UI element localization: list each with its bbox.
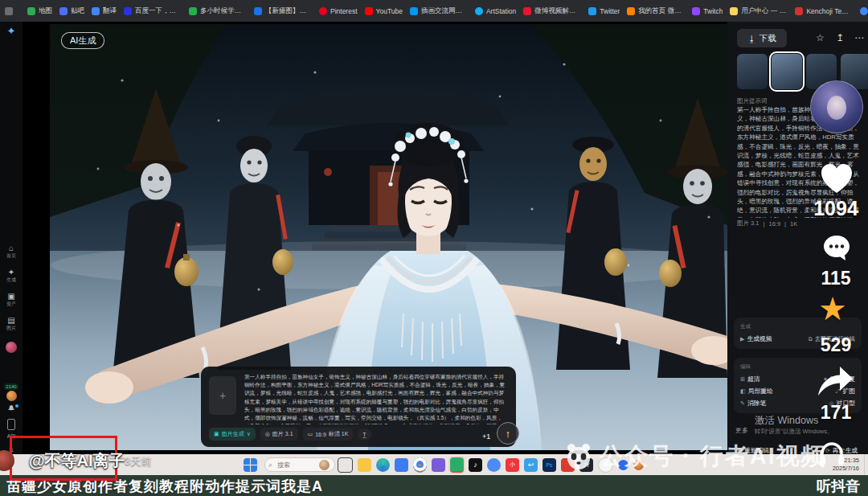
thumbnail-2-selected[interactable]	[772, 54, 802, 89]
video-caption-banner: 苗疆少女原创作者复刻教程附动作提示词我是A 听抖音	[0, 475, 868, 496]
model-icon: ◎	[265, 431, 270, 437]
ai-generated-badge: AI生成	[61, 32, 104, 49]
image-icon: ▣	[214, 431, 219, 437]
photoshop-icon[interactable]: Ps	[542, 458, 556, 472]
download-button[interactable]: ⭳下载	[737, 29, 787, 47]
eraser-icon: ✎	[740, 400, 745, 407]
favicon	[92, 7, 100, 15]
favicon	[365, 7, 373, 15]
generate-video-button[interactable]: ▶生成视频	[740, 334, 772, 343]
text-tool-icon: T̲	[362, 432, 366, 437]
sidebar-item-home[interactable]: ⌂首页	[0, 244, 23, 260]
sidebar-item-generate[interactable]: ✦生成	[0, 268, 23, 284]
bookmark-baidu[interactable]: 百度一下，你就知道	[124, 6, 182, 16]
generated-image-viewer[interactable]: AI生成 + 第一人称手持自拍，苗族神仙女子，银饰主义，神秘古深山林，身后站着四…	[50, 24, 727, 450]
prompt-text: 第一人称手持自拍，苗族神仙女子，银饰主义，神秘古深山林，身后站着四位穿破布蒙脸的…	[244, 373, 508, 424]
model-chip[interactable]: ◎图片 3.1	[260, 428, 298, 441]
prompt-section-title: 图片提示词	[737, 97, 768, 105]
download-icon: ⭳	[747, 34, 756, 43]
bookmark-map[interactable]: 地图	[27, 6, 52, 16]
app-icon-blue-arrow[interactable]: ↩	[524, 458, 538, 472]
favicon	[189, 7, 197, 15]
thumbnail-1[interactable]	[737, 54, 768, 89]
bookmark-google[interactable]: Google	[860, 7, 868, 15]
chrome-icon-active[interactable]	[413, 457, 427, 473]
ratio-quality-chip[interactable]: ▭16:9标清 1K	[303, 428, 354, 441]
bookmark-usercenter[interactable]: 用户中心 — 大众点…	[730, 6, 788, 16]
bookmark-weibo-home[interactable]: 我的首页 微博-随时…	[627, 6, 685, 16]
mode-chip-image-generate[interactable]: ▣图片生成∨	[209, 428, 256, 441]
favicon	[27, 7, 35, 15]
file-explorer-icon[interactable]	[358, 458, 371, 472]
promo-avatar[interactable]	[0, 342, 23, 356]
hd-upscale-button[interactable]: ⊞超清	[740, 375, 760, 383]
bookmark-tieba[interactable]: 贴吧	[59, 6, 84, 16]
favicon	[319, 7, 327, 15]
share-arrow-icon[interactable]	[815, 363, 855, 399]
search-input[interactable]	[276, 461, 316, 469]
bookmark-twitch[interactable]: Twitch	[692, 7, 723, 15]
search-icon: ⌕	[268, 461, 272, 469]
favicon	[124, 7, 132, 15]
edge-icon[interactable]	[376, 458, 390, 472]
like-heart-icon[interactable]	[820, 163, 854, 195]
more-section-label[interactable]: 更多	[735, 426, 748, 435]
bookmark-translate[interactable]: 翻译	[92, 6, 117, 16]
favorite-star-overlay-icon[interactable]: ★	[818, 293, 847, 325]
bookmark-pixiv[interactable]: 插画交流网站[pixiv]	[410, 6, 468, 16]
search-highlight-thumb	[319, 460, 330, 470]
notification-bell-icon[interactable]: 🔔︎	[0, 404, 23, 413]
chevron-down-icon: ∨	[247, 431, 251, 437]
export-icon[interactable]: ↥	[836, 32, 844, 43]
listen-douyin-label: 听抖音	[817, 477, 860, 496]
bookmark-xinshetu[interactable]: 【新摄图】人人素…	[254, 6, 312, 16]
app-icon-purple[interactable]	[432, 458, 445, 472]
favicon	[692, 7, 700, 15]
share-count: 171	[808, 402, 864, 424]
mobile-app-icon[interactable]	[0, 419, 23, 433]
comment-icon[interactable]	[822, 234, 851, 263]
start-button[interactable]	[244, 458, 257, 472]
bookmark-twitter[interactable]: Twitter	[588, 7, 620, 15]
ms-store-icon[interactable]	[395, 458, 408, 472]
plus-one-label: +1	[482, 432, 490, 441]
channel-watermark: 公众号 · 行者AI视频	[564, 441, 826, 473]
show-desktop-strip[interactable]	[864, 454, 868, 475]
bookmark-artstation[interactable]: ArtStation	[475, 7, 516, 15]
bookmark-pinterest[interactable]: Pinterest	[319, 7, 358, 15]
scroll-top-button[interactable]: ↑	[497, 422, 519, 445]
user-avatar[interactable]	[0, 390, 23, 404]
bookmark-weibo-dl[interactable]: 微博视频解析下载	[523, 6, 581, 16]
image-meta-row: 图片 3.1| 16:9| 1K	[737, 219, 797, 228]
prompt-caption-overlay[interactable]: + 第一人称手持自拍，苗族神仙女子，银饰主义，神秘古深山林，身后站着四位穿破布蒙…	[201, 367, 516, 447]
eraser-button[interactable]: ✎消除笔	[740, 399, 766, 408]
favorite-star-icon[interactable]: ☆	[816, 32, 825, 43]
post-time: 3天前	[125, 454, 151, 469]
play-icon: ▶	[740, 336, 744, 342]
extension-icon[interactable]	[5, 7, 13, 15]
author-handle[interactable]: @不等AI离子	[29, 450, 125, 472]
favicon	[523, 7, 531, 15]
more-options-icon[interactable]: ⋯	[854, 32, 864, 43]
task-view-icon[interactable]	[338, 457, 353, 473]
hd-icon: ⊞	[740, 376, 745, 383]
text-tool-chip[interactable]: T̲	[358, 429, 371, 440]
wechat-icon-active[interactable]	[450, 457, 464, 473]
douyin-icon[interactable]: ♪	[469, 458, 482, 472]
bookmark-youtube[interactable]: YouTube	[365, 7, 403, 15]
bookmark-kenchoji[interactable]: Kenchoji Temple K…	[795, 7, 853, 15]
comment-count: 115	[808, 268, 864, 289]
taskbar-search[interactable]: ⌕	[264, 457, 335, 472]
add-reference-tile[interactable]: +	[209, 376, 236, 415]
favorite-count: 529	[808, 334, 864, 356]
sidebar-item-images[interactable]: ▤图片	[0, 316, 23, 332]
sidebar-item-assets[interactable]: ▣资产	[0, 292, 23, 308]
quark-icon[interactable]	[487, 458, 501, 472]
jimeng-logo-icon[interactable]: ✦	[0, 27, 23, 35]
inpaint-button[interactable]: ◧局部重绘	[740, 387, 773, 396]
favicon	[254, 7, 262, 15]
xiaohongshu-icon[interactable]: 小	[506, 458, 519, 472]
uploader-avatar[interactable]	[810, 80, 863, 133]
like-count: 1094	[808, 197, 864, 220]
bookmark-study[interactable]: 多小时候学习网_多小…	[189, 6, 247, 16]
